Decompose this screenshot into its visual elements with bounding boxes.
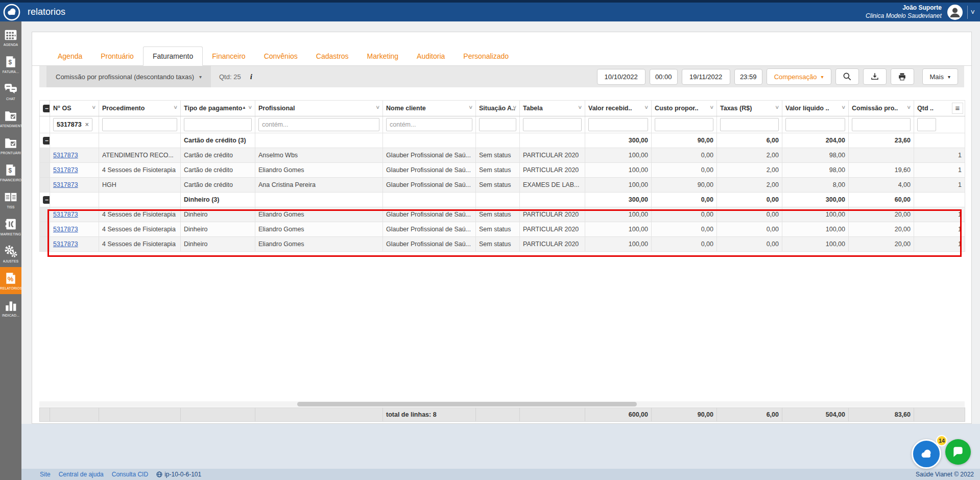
search-icon — [842, 71, 852, 82]
cell-comissao: 20,00 — [849, 237, 914, 252]
horizontal-scrollbar[interactable] — [39, 401, 965, 407]
clear-filter-icon[interactable]: × — [85, 121, 89, 128]
tab-prontu-rio[interactable]: Prontuário — [91, 47, 143, 65]
end-date-input[interactable] — [682, 69, 730, 85]
column-header-valor_recebido[interactable]: Valor recebid..˅ — [585, 101, 652, 116]
column-header-os[interactable]: N° OS˅ — [50, 101, 99, 116]
os-link[interactable]: 5317873 — [53, 181, 78, 188]
column-header-profissional[interactable]: Profissional˅ — [255, 101, 383, 116]
column-header-valor_liquido[interactable]: Valor líquido ..˅ — [782, 101, 849, 116]
filter-input-tipo[interactable] — [184, 118, 252, 131]
cell-cliente — [383, 193, 476, 207]
filter-input-situacao[interactable] — [479, 118, 516, 131]
column-header-taxas[interactable]: Taxas (R$)˅ — [717, 101, 782, 116]
filter-input-comissao[interactable] — [852, 118, 911, 131]
columns-menu-button[interactable]: ≡ — [952, 103, 963, 114]
start-time-input[interactable] — [650, 69, 678, 85]
quantity-label: Qtd: 25 — [219, 73, 241, 81]
cell-situacao: Sem status — [476, 222, 520, 237]
column-header-tabela[interactable]: Tabela˅ — [520, 101, 585, 116]
filter-input-tabela[interactable] — [523, 118, 582, 131]
info-icon[interactable]: i — [250, 73, 252, 81]
column-header-tipo[interactable]: Tipo de pagamento▲˅ — [181, 101, 255, 116]
cell-taxas: 2,00 — [717, 178, 782, 193]
chat-launcher-button[interactable] — [945, 439, 971, 465]
filter-cell-qtd — [914, 116, 965, 133]
sidebar-item-ajustes[interactable]: AJUSTES — [0, 240, 21, 267]
tab-personalizado[interactable]: Personalizado — [454, 47, 518, 65]
sidebar-item-financeiro[interactable]: $FINANCEIRO — [0, 159, 21, 186]
filter-input-valor_liquido[interactable] — [785, 118, 845, 131]
column-header-situacao[interactable]: Situação A..˅ — [476, 101, 520, 116]
top-bar: relatorios João Suporte Clinica Modelo S… — [0, 0, 980, 21]
sidebar-item-prontu-ri[interactable]: PRONTUÁRI — [0, 132, 21, 159]
sidebar-item-indicad[interactable]: INDICAD... — [0, 294, 21, 321]
sidebar-item-chat[interactable]: CHAT — [0, 78, 21, 105]
os-link[interactable]: 5317873 — [53, 166, 78, 174]
os-link[interactable]: 5317873 — [53, 226, 78, 233]
tab-marketing[interactable]: Marketing — [358, 47, 408, 65]
column-label: Custo propor.. — [655, 105, 698, 112]
footer-link-consulta-cid[interactable]: Consulta CID — [112, 471, 148, 478]
collapse-all-button[interactable]: – — [43, 105, 50, 112]
tab-faturamento[interactable]: Faturamento — [143, 46, 203, 66]
sidebar-item-atendiment[interactable]: ATENDIMENT — [0, 105, 21, 132]
sidebar-item-label: FINANCEIRO — [0, 178, 21, 182]
start-date-input[interactable] — [597, 69, 646, 85]
report-type-select[interactable]: Comissão por profissional (descontando t… — [46, 66, 211, 87]
cell-procedimento: 4 Sessoes de Fisioterapia — [99, 163, 181, 178]
filter-input-custo[interactable] — [655, 118, 713, 131]
cell-tipo: Cartão de crédito — [181, 178, 255, 193]
filter-input-profissional[interactable] — [258, 118, 379, 131]
filter-input-taxas[interactable] — [720, 118, 779, 131]
download-button[interactable] — [863, 68, 887, 85]
report-table: –N° OS˅Procedimento˅Tipo de pagamento▲˅P… — [39, 100, 965, 252]
os-link[interactable]: 5317873 — [53, 152, 78, 159]
filter-os-tag[interactable]: 5317873× — [53, 118, 92, 131]
column-header-cliente[interactable]: Nome cliente˅ — [383, 101, 476, 116]
tab-cadastros[interactable]: Cadastros — [307, 47, 358, 65]
sidebar-item-relat-rios[interactable]: %RELATÓRIOS — [0, 267, 21, 294]
column-header-collapse[interactable]: – — [40, 101, 50, 116]
end-time-input[interactable] — [734, 69, 762, 85]
os-link[interactable]: 5317873 — [53, 241, 78, 248]
avatar[interactable] — [947, 4, 963, 20]
cell-collapse — [40, 222, 50, 237]
cell-taxas: 6,00 — [717, 133, 782, 148]
column-header-custo[interactable]: Custo propor..˅ — [652, 101, 717, 116]
filter-input-cliente[interactable] — [386, 118, 472, 131]
collapse-group-button[interactable]: – — [43, 196, 50, 204]
column-header-comissao[interactable]: Comissão pro..˅ — [849, 101, 914, 116]
column-header-procedimento[interactable]: Procedimento˅ — [99, 101, 181, 116]
user-menu[interactable]: João Suporte Clinica Modelo Saudevianet … — [866, 4, 980, 20]
collapse-group-button[interactable]: – — [43, 137, 50, 145]
sidebar-item-tiss[interactable]: TISS — [0, 186, 21, 213]
search-button[interactable] — [835, 68, 859, 85]
cell-custo: 90,00 — [652, 178, 717, 193]
compensacao-dropdown-button[interactable]: Compensação ▾ — [767, 68, 831, 85]
filter-input-procedimento[interactable] — [102, 118, 177, 131]
sort-ascending-icon: ▲ — [242, 106, 246, 110]
tab-conv-nios[interactable]: Convênios — [255, 47, 307, 65]
tab-financeiro[interactable]: Financeiro — [203, 47, 254, 65]
column-label: Comissão pro.. — [852, 105, 898, 112]
mais-dropdown-button[interactable]: Mais ▾ — [922, 68, 958, 85]
print-button[interactable] — [891, 68, 914, 85]
cell-custo: 90,00 — [652, 133, 717, 148]
filter-input-qtd[interactable] — [917, 118, 936, 131]
scrollbar-thumb[interactable] — [297, 402, 637, 406]
sidebar-item-agenda[interactable]: AGENDA — [0, 23, 21, 51]
filter-input-valor_recebido[interactable] — [588, 118, 648, 131]
footer-link-site[interactable]: Site — [40, 471, 51, 478]
sidebar-item-fatura[interactable]: $FATURA... — [0, 51, 21, 78]
os-link[interactable]: 5317873 — [53, 211, 78, 218]
tab-agenda[interactable]: Agenda — [49, 47, 91, 65]
sidebar-item-label: AGENDA — [4, 43, 18, 46]
column-header-qtd[interactable]: Qtd ..≡ — [914, 101, 965, 116]
tab-auditoria[interactable]: Auditoria — [408, 47, 454, 65]
report-tabs: AgendaProntuárioFaturamentoFinanceiroCon… — [32, 45, 971, 66]
sidebar-item-marketing[interactable]: MARKETING — [0, 213, 21, 240]
chevron-down-icon[interactable]: ˅ — [971, 8, 975, 16]
footer-link-central-de-ajuda[interactable]: Central de ajuda — [59, 471, 104, 478]
cell-procedimento — [99, 133, 181, 148]
